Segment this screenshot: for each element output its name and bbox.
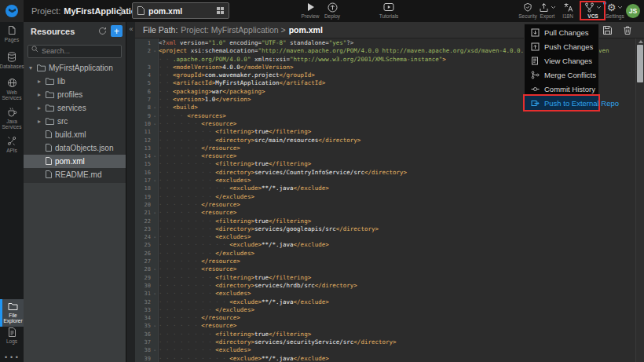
sidebar-item-file-explorer[interactable]: File Explorer	[0, 299, 24, 327]
sidebar-item-pages[interactable]: Pages	[0, 25, 24, 42]
tree-item-pom-xml[interactable]: pom.xml	[24, 155, 126, 168]
more-options-icon[interactable]: • • •	[0, 353, 24, 361]
vcs-dropdown-menu: Pull Changes Push Changes View Changes M…	[524, 24, 599, 112]
tree-item-profiles[interactable]: ▸ profiles	[24, 88, 126, 101]
tree-item-services[interactable]: ▸ services	[24, 101, 126, 115]
caret-right-icon[interactable]: ▸	[36, 91, 42, 98]
tree-item-readme-md[interactable]: README.md	[24, 168, 126, 181]
file-path-file: pom.xml	[289, 25, 323, 35]
search-input[interactable]	[27, 45, 122, 58]
code-line: 13· · · · · · </resource>	[135, 144, 635, 152]
menu-item-view-changes[interactable]: View Changes	[525, 53, 598, 68]
menu-item-pull-changes[interactable]: Pull Changes	[525, 25, 598, 39]
push-external-repo-icon	[531, 99, 540, 108]
play-icon	[306, 2, 315, 13]
user-avatar[interactable]: JS	[626, 4, 640, 18]
delete-icon[interactable]	[624, 26, 631, 35]
pull-changes-icon	[531, 28, 540, 37]
tutorials-icon	[383, 2, 394, 13]
tab-label: pom.xml	[148, 6, 213, 16]
menu-item-commit-history[interactable]: Commit History	[525, 82, 598, 96]
caret-right-icon[interactable]: ▸	[36, 78, 42, 85]
project-breadcrumb[interactable]: Project: MyFirstApplication	[31, 0, 141, 22]
database-icon	[7, 52, 16, 62]
code-line: 28-· · · · · · <resource>	[135, 265, 635, 273]
code-line: 33· · · · · · · · </excludes>	[135, 306, 635, 314]
code-line: 38-· · · · · · · · <excludes>	[135, 346, 635, 354]
menu-item-merge-conflicts[interactable]: Merge Conflicts	[525, 68, 598, 82]
i18n-button[interactable]: I18N	[554, 2, 581, 19]
code-line: 24-· · · · · · · · <excludes>	[135, 233, 635, 241]
tab-pom-xml[interactable]: pom.xml	[132, 2, 229, 19]
push-changes-icon	[531, 42, 540, 51]
save-icon[interactable]	[603, 26, 612, 35]
file-path-label: File Path:	[143, 25, 177, 35]
menu-item-push-changes[interactable]: Push Changes	[525, 39, 598, 53]
merge-conflicts-icon	[531, 71, 540, 79]
view-changes-icon	[531, 57, 540, 65]
deploy-icon	[327, 2, 338, 13]
tree-item-src[interactable]: ▸ src	[24, 115, 126, 128]
folder-icon	[46, 118, 54, 125]
resources-title: Resources	[31, 27, 94, 36]
tree-item-dataobjects-json[interactable]: dataObjects.json	[24, 141, 126, 155]
folder-icon	[46, 78, 54, 85]
chevron-right-icon: ❯	[118, 5, 125, 16]
file-icon	[46, 130, 52, 138]
file-icon	[46, 157, 52, 165]
scrollbar-thumb[interactable]	[637, 45, 643, 82]
file-path-crumbs: Project: MyFirstApplication >	[181, 25, 285, 35]
caret-down-icon[interactable]: ▾	[27, 64, 34, 71]
api-connector-icon	[7, 136, 16, 146]
tree-item-build-xml[interactable]: build.xml	[24, 128, 126, 141]
file-icon	[137, 6, 145, 15]
code-line: 19· · · · · · · · </excludes>	[135, 193, 635, 201]
menu-item-push-to-external-repo[interactable]: Push to External Repo	[525, 96, 598, 110]
export-icon	[539, 2, 549, 13]
code-line: 10-· · · · · · <resource>	[135, 120, 635, 128]
collapse-panel-icon[interactable]: «	[126, 25, 136, 33]
commit-history-icon	[531, 85, 540, 93]
sidebar-item-web-services[interactable]: Web Services	[0, 78, 24, 101]
file-icon	[46, 170, 52, 178]
add-resource-button[interactable]: +	[111, 25, 123, 37]
code-line: 18· · · · · · · · · · <exclude>**/*.java…	[135, 185, 635, 192]
tree-item-root[interactable]: ▾ MyFirstApplication	[24, 61, 126, 75]
deploy-button[interactable]: Deploy	[317, 2, 348, 19]
code-line: 11· · · · · · · · <filtering>true</filte…	[135, 128, 635, 136]
refresh-icon[interactable]	[98, 27, 107, 35]
sidebar-item-logs[interactable]: Logs	[0, 327, 24, 344]
vcs-branch-icon	[584, 2, 595, 13]
code-line: 29· · · · · · · · <filtering>true</filte…	[135, 274, 635, 282]
code-line: 23· · · · · · · · <directory>services/go…	[135, 225, 635, 233]
code-line: 20· · · · · · </resource>	[135, 201, 635, 209]
code-line: 21-· · · · · · <resource>	[135, 209, 635, 217]
panel-collapse-strip[interactable]: «	[126, 22, 135, 362]
code-line: 12· · · · · · · · <directory>src/main/re…	[135, 137, 635, 144]
sidebar-item-java-services[interactable]: Java Services	[0, 107, 24, 130]
sidebar-item-apis[interactable]: APIs	[0, 136, 24, 153]
code-line: 15· · · · · · · · <filtering>true</filte…	[135, 160, 635, 168]
editor-scrollbar[interactable]	[635, 38, 644, 362]
tree-item-lib[interactable]: ▸ lib	[24, 75, 126, 88]
top-bar: Project: MyFirstApplication ❯ pom.xml Pr…	[0, 0, 644, 22]
caret-right-icon[interactable]: ▸	[36, 104, 42, 112]
sidebar-item-databases[interactable]: Databases	[0, 52, 24, 69]
resources-panel: Resources + ▾ MyFirstApplication ▸ lib ▸…	[24, 22, 126, 362]
code-line: 27· · · · · · </resource>	[135, 258, 635, 265]
folder-icon	[37, 64, 46, 71]
tutorials-button[interactable]: Tutorials	[371, 2, 406, 19]
folder-icon	[8, 302, 18, 311]
code-line: 39· · · · · · · · · · <exclude>**/*.java…	[135, 355, 635, 362]
globe-icon	[7, 78, 17, 88]
code-line: 26· · · · · · · · </excludes>	[135, 250, 635, 258]
folder-icon	[46, 104, 54, 112]
code-line: 36· · · · · · · · <filtering>true</filte…	[135, 331, 635, 338]
code-line: 31-· · · · · · · · <excludes>	[135, 290, 635, 298]
grid-icon[interactable]	[217, 7, 224, 14]
chevron-down-icon	[617, 5, 623, 9]
caret-right-icon[interactable]: ▸	[36, 118, 42, 125]
search-icon	[31, 46, 38, 53]
wavemaker-logo-icon[interactable]	[0, 0, 24, 22]
scroll-up-arrow-icon[interactable]	[639, 40, 643, 43]
